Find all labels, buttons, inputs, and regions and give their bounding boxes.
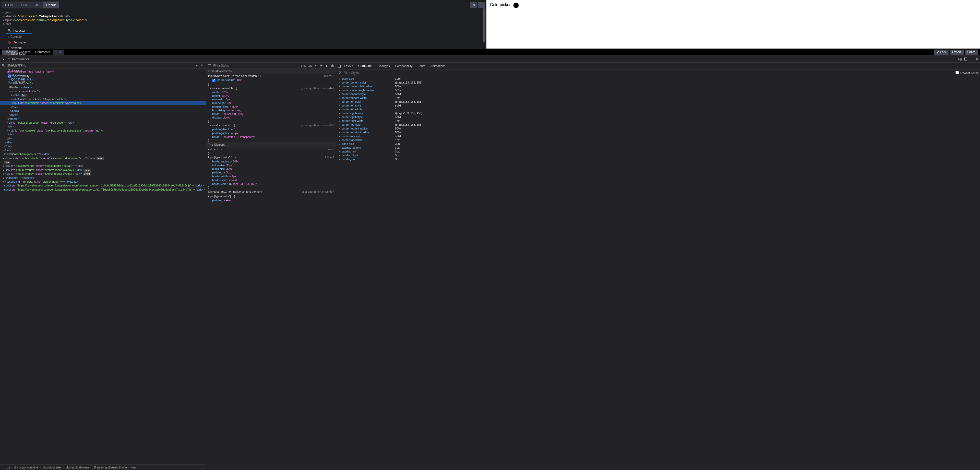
tree-line[interactable]: ▾<div>flex bbox=[0, 93, 206, 97]
more-icon[interactable]: ⋯ bbox=[969, 57, 974, 61]
tree-line[interactable]: <!DOCTYPE html> bbox=[0, 78, 206, 81]
side-tab-compatibility[interactable]: Compatibility bbox=[393, 63, 415, 69]
side-tab-animations[interactable]: Animations bbox=[428, 63, 448, 69]
editor-scrollbar[interactable] bbox=[483, 8, 485, 41]
side-tab-layout[interactable]: Layout bbox=[341, 63, 356, 69]
breadcrumb-item[interactable]: div#result_div.result bbox=[65, 466, 93, 469]
computed-row[interactable]: ▸padding-top3px bbox=[336, 157, 980, 161]
fork-button[interactable]: ↗ Fork bbox=[934, 49, 948, 55]
tree-line[interactable]: ▾<html lang="en"> bbox=[0, 81, 206, 85]
colorpicker-input[interactable] bbox=[513, 3, 519, 8]
side-tab-computed[interactable]: Computed bbox=[356, 63, 375, 69]
computed-row[interactable]: ▸padding-bottom3px bbox=[336, 146, 980, 150]
side-tab-changes[interactable]: Changes bbox=[375, 63, 393, 69]
computed-row[interactable]: ▸block-size30px bbox=[336, 77, 980, 81]
tree-line[interactable]: ▸<div id="box-console" class="box box-co… bbox=[0, 129, 206, 132]
breadcrumb-item[interactable]: iframe#result.result-iframe bbox=[93, 466, 130, 469]
export-button[interactable]: Export bbox=[950, 49, 964, 55]
tree-line[interactable]: allowfullscreen="true" loading="lazy"> bbox=[0, 70, 206, 73]
zoom-indicator[interactable]: 1.0× bbox=[52, 49, 64, 55]
sidebar-toggle-icon[interactable] bbox=[337, 64, 341, 68]
computed-row[interactable]: ▸border-top-width1px bbox=[336, 138, 980, 142]
tree-line[interactable]: ▸<head></head> bbox=[0, 86, 206, 89]
eyedropper-icon[interactable]: ✎ bbox=[200, 64, 204, 68]
responsive-mode-icon[interactable] bbox=[958, 57, 962, 61]
light-mode-icon[interactable]: ☀ bbox=[319, 64, 323, 68]
devtools-tab-performance[interactable]: ⏱ Performance bbox=[6, 56, 32, 62]
settings-button[interactable]: ⚙ bbox=[470, 2, 477, 8]
tree-line[interactable]: <div id="editor-drag-cover" class="drag-… bbox=[0, 121, 206, 125]
inspect-element-icon[interactable] bbox=[1, 57, 5, 61]
computed-row[interactable]: ▸border-bottom-width1px bbox=[336, 96, 980, 100]
computed-row[interactable]: ▸border-left-width1px bbox=[336, 108, 980, 112]
tree-line[interactable]: </div> bbox=[0, 148, 206, 152]
tree-line[interactable]: </div> bbox=[0, 137, 206, 140]
comments-tab[interactable]: Comments bbox=[33, 49, 52, 55]
tree-line[interactable]: <label for="colorpicker">Colorpicker:</l… bbox=[0, 97, 206, 101]
tree-line[interactable]: ▸<footer id="react-pen-footer" class="si… bbox=[0, 156, 206, 160]
computed-row[interactable]: ▸inline-size30px bbox=[336, 142, 980, 146]
tree-line[interactable]: </div> bbox=[0, 125, 206, 129]
computed-row[interactable]: ▸border-top-left-radius50% bbox=[336, 127, 980, 131]
tree-line[interactable]: </html> bbox=[0, 113, 206, 117]
computed-row[interactable]: ▸border-top-right-radius50% bbox=[336, 131, 980, 134]
computed-styles[interactable]: ▸block-size30px▸border-bottom-color rgb(… bbox=[336, 76, 980, 470]
tree-line[interactable]: <input id="colorpicker" name="colorpicke… bbox=[0, 101, 206, 105]
tree-line[interactable]: </div> bbox=[0, 140, 206, 144]
computed-row[interactable]: ▸padding-right3px bbox=[336, 153, 980, 157]
tree-line[interactable]: ▸<div id="keycommands" class="modal moda… bbox=[0, 164, 206, 168]
close-devtools-icon[interactable]: ✕ bbox=[975, 57, 979, 61]
computed-row[interactable]: ▸border-bottom-right-radius50% bbox=[336, 88, 980, 92]
cls-button[interactable]: .cls bbox=[308, 64, 312, 67]
computed-row[interactable]: ▸border-left-stylesolid bbox=[336, 104, 980, 108]
tree-line[interactable]: <script src="https://cpwebassets.codepen… bbox=[0, 184, 206, 188]
tree-line[interactable]: </div> bbox=[0, 105, 206, 109]
tree-line[interactable]: </iframe> bbox=[0, 117, 206, 121]
tree-line[interactable]: flex bbox=[0, 160, 206, 164]
share-button[interactable]: Share bbox=[965, 49, 978, 55]
tree-line[interactable]: <script src="https://cpwebassets.codepen… bbox=[0, 188, 206, 191]
crumb-left-icon[interactable]: ‹ bbox=[1, 465, 5, 470]
dom-tree[interactable]: allowfullscreen="true" loading="lazy"> ▾… bbox=[0, 69, 206, 464]
filter-styles-input[interactable] bbox=[213, 64, 299, 67]
tab-html[interactable]: HTML bbox=[2, 2, 18, 8]
css-rules[interactable]: ▾ Pseudo-elementsinput[type="color" i]::… bbox=[206, 69, 336, 470]
computed-row[interactable]: ▸border-bottom-stylesolid bbox=[336, 92, 980, 96]
breadcrumb-item[interactable]: div.output-sizer bbox=[42, 466, 65, 469]
tab-css[interactable]: CSS bbox=[18, 2, 32, 8]
tree-line[interactable]: </body> bbox=[0, 109, 206, 113]
tree-line[interactable]: ▾<body translate="no"> bbox=[0, 89, 206, 93]
search-html-input[interactable] bbox=[7, 64, 193, 67]
tab-result[interactable]: Result bbox=[43, 2, 59, 8]
browser-styles-checkbox[interactable]: Browser Styles bbox=[956, 71, 978, 74]
computed-row[interactable]: ▸border-top-color rgb(153, 153, 153) bbox=[336, 123, 980, 127]
tree-line[interactable]: </div> bbox=[0, 144, 206, 148]
code-editor[interactable]: <div> <label for="colorpicker">Colorpick… bbox=[0, 8, 487, 49]
computed-row[interactable]: ▸border-bottom-left-radius50% bbox=[336, 84, 980, 88]
breadcrumb-item[interactable]: div.output-container bbox=[13, 466, 41, 469]
contrast-icon[interactable]: ◐ bbox=[325, 64, 329, 68]
tree-line[interactable]: ▸<textarea id="init-data" style="display… bbox=[0, 180, 206, 184]
devtools-tab-style-editor[interactable]: {} Style Editor bbox=[6, 51, 32, 56]
print-icon[interactable]: 🖶 bbox=[331, 64, 334, 68]
tree-line[interactable]: ▾#document bbox=[0, 73, 206, 77]
tree-line[interactable]: ▸<div id="popup-overlay" class="overlay … bbox=[0, 168, 206, 172]
hov-button[interactable]: :hov bbox=[301, 64, 306, 67]
computed-row[interactable]: ▸border-right-color rgb(153, 153, 153) bbox=[336, 112, 980, 115]
tree-line[interactable]: ▸<noscript>⋯</noscript> bbox=[0, 176, 206, 180]
side-tab-fonts[interactable]: Fonts bbox=[415, 63, 428, 69]
add-node-icon[interactable]: ＋ bbox=[194, 64, 199, 68]
breadcrumb-item[interactable]: html bbox=[130, 466, 139, 469]
breadcrumb-item[interactable]: …s bbox=[5, 466, 13, 469]
tab-js[interactable]: JS bbox=[32, 2, 43, 8]
tree-line[interactable]: <div id="asset-bin-goes-here"></div> bbox=[0, 152, 206, 156]
dock-icon[interactable] bbox=[964, 57, 968, 61]
breadcrumb[interactable]: ‹…sdiv.output-containerdiv.output-sizerd… bbox=[0, 464, 206, 470]
computed-row[interactable]: ▸border-left-color rgb(153, 153, 153) bbox=[336, 100, 980, 104]
tree-line[interactable]: </div> bbox=[0, 132, 206, 136]
computed-row[interactable]: ▸border-right-width1px bbox=[336, 119, 980, 123]
filter-computed-input[interactable] bbox=[344, 71, 954, 75]
computed-row[interactable]: ▸border-top-stylesolid bbox=[336, 134, 980, 138]
crumb-right-icon[interactable]: › bbox=[201, 465, 205, 470]
computed-row[interactable]: ▸border-right-stylesolid bbox=[336, 115, 980, 119]
